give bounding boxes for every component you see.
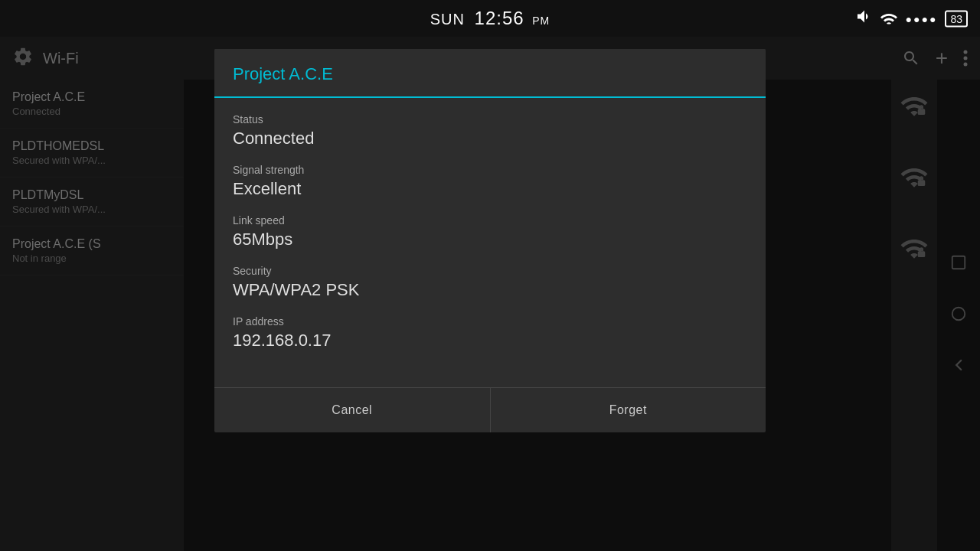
status-row: Status Connected <box>233 113 747 148</box>
dialog-header: Project A.C.E <box>214 49 766 96</box>
link-speed-row: Link speed 65Mbps <box>233 214 747 249</box>
security-label: Security <box>233 265 747 277</box>
cancel-button[interactable]: Cancel <box>214 388 491 432</box>
signal-strength-value: Excellent <box>233 179 747 199</box>
dialog-overlay: Project A.C.E Status Connected Signal st… <box>0 37 980 551</box>
security-row: Security WPA/WPA2 PSK <box>233 265 747 300</box>
signal-dots-icon: ●●●● <box>906 12 938 24</box>
forget-button[interactable]: Forget <box>491 388 766 432</box>
time-display: 12:56 <box>475 8 524 28</box>
battery-icon: 83 <box>945 10 968 27</box>
day-label: SUN <box>430 11 465 28</box>
status-bar-time: SUN 12:56 PM <box>430 8 550 29</box>
dialog-body: Status Connected Signal strength Excelle… <box>214 98 766 381</box>
signal-strength-label: Signal strength <box>233 164 747 176</box>
status-label: Status <box>233 113 747 126</box>
dialog-footer: Cancel Forget <box>214 387 766 432</box>
status-bar-icons: ●●●● 83 <box>855 10 968 28</box>
ip-address-value: 192.168.0.17 <box>233 331 747 350</box>
signal-strength-row: Signal strength Excellent <box>233 164 747 199</box>
wifi-status-icon <box>880 10 898 27</box>
status-value: Connected <box>233 129 747 148</box>
dialog-title: Project A.C.E <box>233 64 747 96</box>
link-speed-label: Link speed <box>233 214 747 227</box>
wifi-details-dialog: Project A.C.E Status Connected Signal st… <box>214 49 766 432</box>
status-bar: SUN 12:56 PM ●●●● 83 <box>0 0 980 37</box>
period-label: PM <box>532 15 550 27</box>
link-speed-value: 65Mbps <box>233 230 747 249</box>
ip-address-label: IP address <box>233 315 747 328</box>
ip-address-row: IP address 192.168.0.17 <box>233 315 747 350</box>
security-value: WPA/WPA2 PSK <box>233 280 747 300</box>
volume-icon <box>855 10 872 28</box>
